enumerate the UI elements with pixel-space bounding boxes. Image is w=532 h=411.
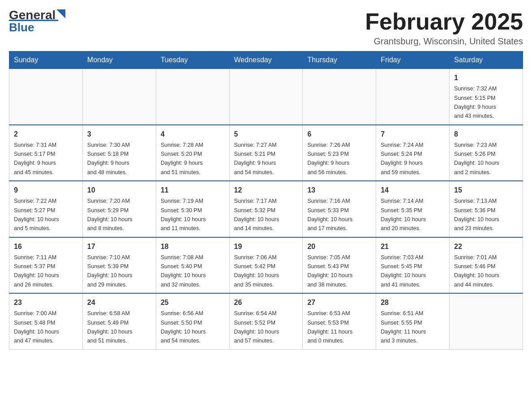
calendar-cell: 26Sunrise: 6:54 AMSunset: 5:52 PMDayligh… [229,293,303,349]
calendar-cell [9,69,83,125]
logo-arrow-icon [56,9,65,18]
calendar-cell: 2Sunrise: 7:31 AMSunset: 5:17 PMDaylight… [9,125,83,181]
day-info: Sunrise: 7:06 AMSunset: 5:42 PMDaylight:… [234,254,279,288]
day-info: Sunrise: 7:10 AMSunset: 5:39 PMDaylight:… [87,254,133,288]
calendar-cell: 28Sunrise: 6:51 AMSunset: 5:55 PMDayligh… [376,293,450,349]
page-header: General Blue February 2025 Grantsburg, W… [9,9,523,47]
calendar-header: SundayMondayTuesdayWednesdayThursdayFrid… [9,51,523,69]
calendar-cell: 16Sunrise: 7:11 AMSunset: 5:37 PMDayligh… [9,237,83,294]
calendar-cell: 20Sunrise: 7:05 AMSunset: 5:43 PMDayligh… [303,237,376,294]
svg-marker-0 [56,9,65,18]
day-info: Sunrise: 7:01 AMSunset: 5:46 PMDaylight:… [454,254,499,288]
logo: General Blue [9,9,66,33]
day-info: Sunrise: 7:26 AMSunset: 5:23 PMDaylight:… [307,142,350,176]
weekday-header-row: SundayMondayTuesdayWednesdayThursdayFrid… [9,51,523,69]
day-info: Sunrise: 6:58 AMSunset: 5:49 PMDaylight:… [87,310,133,344]
day-info: Sunrise: 7:19 AMSunset: 5:30 PMDaylight:… [161,198,206,231]
calendar-cell: 9Sunrise: 7:22 AMSunset: 5:27 PMDaylight… [9,181,83,237]
calendar-cell: 24Sunrise: 6:58 AMSunset: 5:49 PMDayligh… [82,293,156,349]
day-number: 5 [234,129,298,140]
day-info: Sunrise: 7:11 AMSunset: 5:37 PMDaylight:… [14,254,59,288]
day-number: 1 [454,73,518,83]
day-info: Sunrise: 7:08 AMSunset: 5:40 PMDaylight:… [161,254,206,288]
day-number: 13 [307,185,371,196]
calendar-cell: 14Sunrise: 7:14 AMSunset: 5:35 PMDayligh… [376,181,450,237]
day-number: 23 [14,297,78,308]
calendar-table: SundayMondayTuesdayWednesdayThursdayFrid… [9,51,523,350]
page-subtitle: Grantsburg, Wisconsin, United States [365,36,523,47]
day-info: Sunrise: 7:13 AMSunset: 5:36 PMDaylight:… [454,198,499,231]
day-info: Sunrise: 7:27 AMSunset: 5:21 PMDaylight:… [234,142,277,176]
calendar-cell: 4Sunrise: 7:28 AMSunset: 5:20 PMDaylight… [156,125,229,181]
calendar-cell [376,69,450,125]
calendar-cell: 25Sunrise: 6:56 AMSunset: 5:50 PMDayligh… [156,293,229,349]
day-info: Sunrise: 7:17 AMSunset: 5:32 PMDaylight:… [234,198,279,231]
day-number: 25 [161,297,225,308]
day-info: Sunrise: 7:32 AMSunset: 5:15 PMDaylight:… [454,86,497,119]
calendar-cell [229,69,303,125]
calendar-cell: 5Sunrise: 7:27 AMSunset: 5:21 PMDaylight… [229,125,303,181]
day-number: 14 [381,185,445,196]
calendar-cell [82,69,156,125]
day-number: 4 [161,129,225,140]
day-number: 20 [307,241,371,252]
day-info: Sunrise: 6:51 AMSunset: 5:55 PMDaylight:… [381,310,426,344]
calendar-cell [303,69,376,125]
calendar-cell [156,69,229,125]
calendar-cell: 1Sunrise: 7:32 AMSunset: 5:15 PMDaylight… [450,69,523,125]
day-number: 26 [234,297,298,308]
week-row-2: 2Sunrise: 7:31 AMSunset: 5:17 PMDaylight… [9,125,523,181]
calendar-cell: 23Sunrise: 7:00 AMSunset: 5:48 PMDayligh… [9,293,83,349]
week-row-1: 1Sunrise: 7:32 AMSunset: 5:15 PMDaylight… [9,69,523,125]
day-number: 7 [381,129,445,140]
day-number: 12 [234,185,298,196]
week-row-4: 16Sunrise: 7:11 AMSunset: 5:37 PMDayligh… [9,237,523,294]
calendar-body: 1Sunrise: 7:32 AMSunset: 5:15 PMDaylight… [9,69,523,350]
day-number: 21 [381,241,445,252]
weekday-header-thursday: Thursday [303,51,376,69]
day-number: 19 [234,241,298,252]
weekday-header-wednesday: Wednesday [229,51,303,69]
weekday-header-saturday: Saturday [450,51,523,69]
calendar-cell: 7Sunrise: 7:24 AMSunset: 5:24 PMDaylight… [376,125,450,181]
day-number: 9 [14,185,78,196]
day-info: Sunrise: 7:31 AMSunset: 5:17 PMDaylight:… [14,142,56,176]
calendar-cell: 21Sunrise: 7:03 AMSunset: 5:45 PMDayligh… [376,237,450,294]
calendar-cell: 22Sunrise: 7:01 AMSunset: 5:46 PMDayligh… [450,237,523,294]
calendar-cell: 15Sunrise: 7:13 AMSunset: 5:36 PMDayligh… [450,181,523,237]
page-title: February 2025 [365,9,523,34]
day-info: Sunrise: 7:16 AMSunset: 5:33 PMDaylight:… [307,198,352,231]
day-info: Sunrise: 6:53 AMSunset: 5:53 PMDaylight:… [307,310,352,344]
title-block: February 2025 Grantsburg, Wisconsin, Uni… [365,9,523,47]
day-number: 3 [87,129,151,140]
day-info: Sunrise: 7:28 AMSunset: 5:20 PMDaylight:… [161,142,203,176]
day-info: Sunrise: 7:30 AMSunset: 5:18 PMDaylight:… [87,142,130,176]
day-info: Sunrise: 7:22 AMSunset: 5:27 PMDaylight:… [14,198,59,231]
calendar-cell: 13Sunrise: 7:16 AMSunset: 5:33 PMDayligh… [303,181,376,237]
calendar-cell: 8Sunrise: 7:23 AMSunset: 5:26 PMDaylight… [450,125,523,181]
day-number: 10 [87,185,151,196]
day-number: 27 [307,297,371,308]
weekday-header-tuesday: Tuesday [156,51,229,69]
day-info: Sunrise: 7:03 AMSunset: 5:45 PMDaylight:… [381,254,426,288]
calendar-cell: 27Sunrise: 6:53 AMSunset: 5:53 PMDayligh… [303,293,376,349]
calendar-cell: 3Sunrise: 7:30 AMSunset: 5:18 PMDaylight… [82,125,156,181]
calendar-cell: 12Sunrise: 7:17 AMSunset: 5:32 PMDayligh… [229,181,303,237]
day-info: Sunrise: 7:20 AMSunset: 5:29 PMDaylight:… [87,198,133,231]
calendar-cell: 19Sunrise: 7:06 AMSunset: 5:42 PMDayligh… [229,237,303,294]
day-number: 22 [454,241,518,252]
calendar-cell: 6Sunrise: 7:26 AMSunset: 5:23 PMDaylight… [303,125,376,181]
weekday-header-monday: Monday [82,51,156,69]
day-number: 8 [454,129,518,140]
calendar-cell [450,293,523,349]
day-number: 28 [381,297,445,308]
day-info: Sunrise: 7:05 AMSunset: 5:43 PMDaylight:… [307,254,352,288]
week-row-3: 9Sunrise: 7:22 AMSunset: 5:27 PMDaylight… [9,181,523,237]
calendar-cell: 11Sunrise: 7:19 AMSunset: 5:30 PMDayligh… [156,181,229,237]
day-number: 17 [87,241,151,252]
day-number: 2 [14,129,78,140]
weekday-header-sunday: Sunday [9,51,83,69]
day-number: 24 [87,297,151,308]
day-number: 15 [454,185,518,196]
calendar-cell: 17Sunrise: 7:10 AMSunset: 5:39 PMDayligh… [82,237,156,294]
